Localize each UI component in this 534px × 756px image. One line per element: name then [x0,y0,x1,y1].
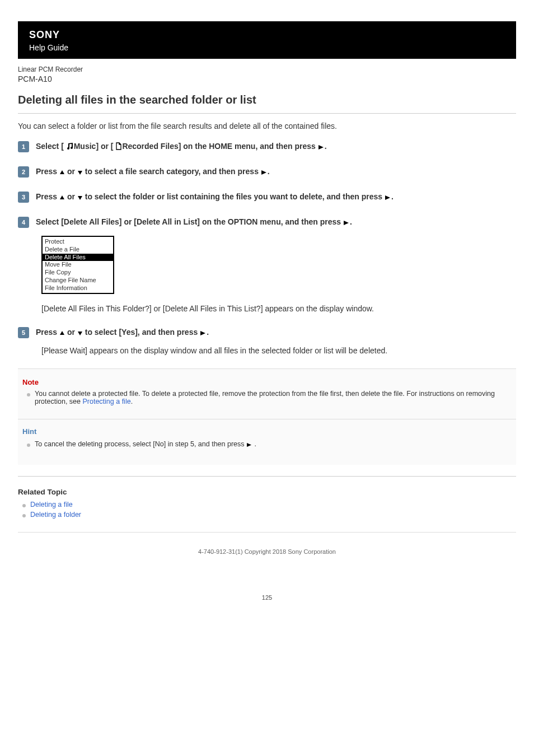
menu-item: Move File [43,261,113,269]
step-2: 2 Press or to select a file search categ… [18,166,516,178]
footer-copyright: 4-740-912-31(1) Copyright 2018 Sony Corp… [18,532,516,561]
divider [18,476,516,477]
step-4-text: Select [Delete All Files] or [Delete All… [36,216,352,228]
menu-item-selected: Delete All Files [43,254,113,262]
related-topic: Related Topic Deleting a file Deleting a… [18,488,516,519]
step-number-badge: 2 [18,166,29,178]
play-icon [200,330,207,336]
menu-item: Delete a File [43,246,113,254]
play-icon [246,442,252,447]
step-2-text: Press or to select a file search categor… [36,166,270,178]
down-triangle-icon [77,330,83,336]
play-icon [385,195,391,200]
step-number-badge: 3 [18,192,29,203]
hint-item: To cancel the deleting process, select [… [27,440,512,448]
intro-text: You can select a folder or list from the… [18,122,516,130]
step-5: 5 Press or to select [Yes], and then pre… [18,326,516,355]
step-number-badge: 5 [18,327,29,338]
play-icon [343,220,350,226]
menu-item: File Copy [43,269,113,277]
hint-title: Hint [22,427,512,436]
related-item: Deleting a file [22,501,516,508]
menu-item: File Information [43,284,113,292]
play-icon [261,170,268,175]
divider [18,113,516,114]
step-5-text: Press or to select [Yes], and then press… [36,326,209,338]
product-model: PCM-A10 [18,74,516,83]
menu-item: Change File Name [43,277,113,284]
step-5-result: [Please Wait] appears on the display win… [41,346,516,355]
music-icon [66,142,74,150]
note-block: Note You cannot delete a protected file.… [18,368,516,419]
up-triangle-icon [59,170,65,175]
note-title: Note [22,378,512,386]
page-title: Deleting all files in the searched folde… [18,94,516,106]
hint-block: Hint To cancel the deleting process, sel… [18,419,516,465]
related-title: Related Topic [18,488,516,496]
step-3: 3 Press or to select the folder or list … [18,191,516,203]
related-item: Deleting a folder [22,511,516,519]
protecting-file-link[interactable]: Protecting a file [82,398,130,405]
header-bar: SONY Help Guide [18,21,516,59]
up-triangle-icon [59,330,65,336]
down-triangle-icon [77,170,83,175]
brand-logo: SONY [29,29,505,41]
option-menu-screenshot: Protect Delete a File Delete All Files M… [41,236,114,294]
related-link-deleting-file[interactable]: Deleting a file [30,501,73,508]
page-number: 125 [18,594,516,601]
down-triangle-icon [77,195,83,200]
play-icon [318,144,325,150]
related-link-deleting-folder[interactable]: Deleting a folder [30,511,81,519]
step-3-text: Press or to select the folder or list co… [36,191,394,203]
step-4-result: [Delete All Files in This Folder?] or [D… [41,304,516,313]
step-4: 4 Select [Delete All Files] or [Delete A… [18,216,516,313]
step-number-badge: 4 [18,217,29,228]
step-number-badge: 1 [18,141,29,152]
up-triangle-icon [59,195,65,200]
menu-item: Protect [43,238,113,246]
note-item: You cannot delete a protected file. To d… [27,390,512,405]
header-subtitle: Help Guide [29,43,505,52]
step-1-text: Select [ Music] or [ Recorded Files] on … [36,141,327,152]
file-icon [115,142,122,150]
product-type: Linear PCM Recorder [18,66,516,73]
step-1: 1 Select [ Music] or [ Recorded Files] o… [18,141,516,152]
